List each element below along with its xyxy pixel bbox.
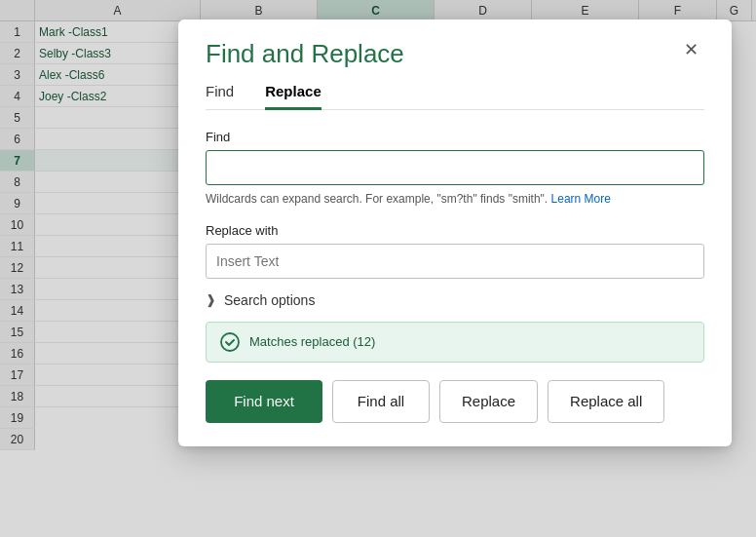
success-icon: [220, 332, 240, 352]
replace-section: Replace with: [206, 223, 704, 279]
tab-find[interactable]: Find: [206, 83, 234, 110]
dialog-title: Find and Replace: [206, 39, 404, 69]
replace-all-button[interactable]: Replace all: [548, 380, 664, 423]
find-next-button[interactable]: Find next: [206, 380, 322, 423]
chevron-right-icon: ❱: [206, 292, 216, 307]
find-input[interactable]: [206, 150, 704, 185]
find-field-label: Find: [206, 130, 704, 144]
close-button[interactable]: ✕: [678, 39, 704, 60]
learn-more-link[interactable]: Learn More: [551, 192, 611, 206]
replace-input[interactable]: [206, 244, 704, 279]
replace-button[interactable]: Replace: [439, 380, 538, 423]
search-options-toggle[interactable]: ❱ Search options: [206, 292, 704, 308]
success-text: Matches replaced (12): [249, 334, 375, 349]
find-hint: Wildcards can expand search. For example…: [206, 191, 704, 208]
tab-bar: Find Replace: [206, 83, 704, 110]
search-options-label: Search options: [224, 292, 315, 308]
find-all-button[interactable]: Find all: [332, 380, 430, 423]
button-row: Find next Find all Replace Replace all: [206, 380, 704, 423]
success-banner: Matches replaced (12): [206, 322, 704, 363]
dialog-header: Find and Replace ✕: [206, 39, 704, 69]
find-replace-dialog: Find and Replace ✕ Find Replace Find Wil…: [178, 19, 732, 446]
hint-text-content: Wildcards can expand search. For example…: [206, 192, 548, 206]
replace-field-label: Replace with: [206, 223, 704, 238]
svg-point-0: [221, 333, 239, 351]
tab-replace[interactable]: Replace: [265, 83, 321, 110]
